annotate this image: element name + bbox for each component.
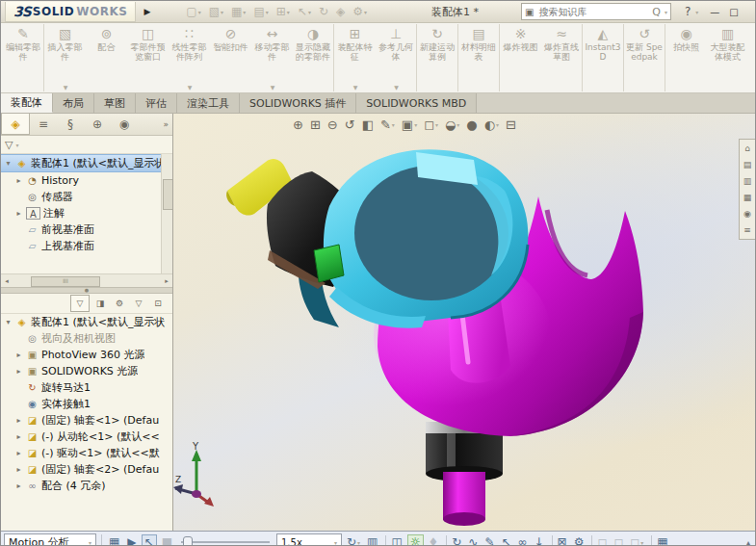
ribbon-button[interactable]: ↺ 更新 Speedpak ▼: [624, 24, 665, 91]
help-button[interactable]: ?: [685, 5, 691, 18]
scroll-right-arrow[interactable]: ▸: [161, 277, 172, 285]
dropdown-caret[interactable]: ▼: [188, 84, 193, 91]
tree-item[interactable]: ▸ ◎ 传感器: [1, 189, 172, 205]
dropdown-caret[interactable]: ▼: [271, 84, 275, 91]
tree-item[interactable]: ▸ ◪ (-) 驱动<1> (默认<<默: [1, 445, 172, 461]
chevron-right-icon[interactable]: »: [159, 114, 172, 135]
panel-splitter[interactable]: ●: [1, 287, 172, 294]
scroll-left-arrow[interactable]: ◂: [1, 277, 13, 285]
expander-icon[interactable]: ▸: [14, 465, 23, 474]
motion-tool-button[interactable]: ✎▾: [482, 535, 496, 546]
study-type-select[interactable]: Motion 分析▾: [4, 533, 96, 546]
motion-tool-button[interactable]: ◻▾: [612, 535, 625, 546]
task-pane-tab[interactable]: ▦: [743, 191, 752, 204]
expander-icon[interactable]: ▸: [14, 351, 23, 359]
dropdown-caret[interactable]: ▼: [353, 84, 358, 91]
dropdown-caret[interactable]: ▾: [198, 9, 201, 15]
motion-tool-button[interactable]: ▦▾: [651, 535, 669, 546]
manager-tab[interactable]: ◉: [111, 114, 138, 135]
motion-tool-button[interactable]: ∿▾: [466, 535, 480, 546]
filter-funnel-icon[interactable]: ▽: [5, 139, 13, 151]
dropdown-caret[interactable]: ▾: [287, 9, 290, 15]
tree-item[interactable]: ▸ ▣ SOLIDWORKS 光源: [1, 363, 172, 379]
playback-speed-select[interactable]: 1.5x▾: [276, 533, 342, 546]
task-pane-tab[interactable]: ≡: [743, 223, 751, 237]
ribbon-button[interactable]: ⊘ 智能扣件 ▼: [210, 24, 251, 91]
expander-icon[interactable]: ▸: [14, 481, 23, 490]
ribbon-button[interactable]: ◭ Instant3D ▼: [583, 24, 624, 91]
minimize-button[interactable]: —: [710, 7, 719, 17]
motion-filter-button[interactable]: ▽: [130, 296, 147, 311]
ribbon-button[interactable]: ◫ 零部件预览窗口 ▼: [127, 24, 169, 91]
ribbon-button[interactable]: ◑ 显示隐藏的零部件 ▼: [293, 24, 334, 91]
scrollbar-thumb[interactable]: III: [31, 276, 100, 287]
dropdown-caret[interactable]: ▾: [364, 9, 367, 15]
task-pane-tab[interactable]: ⌂: [744, 142, 750, 155]
timeline-zoom-slider[interactable]: [181, 535, 270, 546]
ribbon-button[interactable]: ▤ 材料明细表 ▼: [458, 24, 500, 91]
dropdown-caret[interactable]: ▾: [89, 539, 91, 546]
menu-flyout-arrow[interactable]: ▶: [143, 7, 150, 16]
motion-filter-button[interactable]: ⚙: [111, 296, 128, 311]
manager-tab[interactable]: §: [57, 114, 84, 135]
tree-root-assembly[interactable]: ▾ ◈ 装配体1 (默认<默认_显示状: [1, 314, 172, 330]
motion-tool-button[interactable]: ↻▾: [446, 535, 463, 546]
motion-tool-button[interactable]: ◫▾: [385, 535, 404, 546]
dropdown-caret[interactable]: ▾: [640, 539, 643, 546]
command-tab[interactable]: 评估: [136, 93, 177, 113]
motion-tool-button[interactable]: ☼▾: [407, 534, 424, 546]
tree-item[interactable]: ▸ ▱ 上视基准面: [1, 238, 172, 254]
dropdown-caret[interactable]: ▾: [266, 9, 269, 15]
ribbon-button[interactable]: ≈ 爆炸直线草图 ▼: [541, 24, 583, 91]
dropdown-caret[interactable]: ▾: [221, 9, 223, 15]
help-caret[interactable]: ▾: [695, 9, 698, 15]
command-tab[interactable]: 草图: [94, 93, 136, 113]
expander-icon[interactable]: ▸: [14, 367, 23, 376]
command-tab[interactable]: 装配体: [1, 93, 53, 113]
search-input[interactable]: [536, 6, 649, 18]
manager-tab[interactable]: ◈: [1, 114, 30, 135]
ribbon-button[interactable]: ◉ 拍快照 ▼: [665, 24, 707, 91]
command-tab[interactable]: SOLIDWORKS 插件: [240, 93, 356, 113]
ribbon-button[interactable]: ⊞ 装配体特征 ▼: [334, 24, 376, 91]
tree-item[interactable]: ▸ ◎ 视向及相机视图: [1, 330, 172, 347]
command-tab[interactable]: 布局: [53, 93, 94, 113]
expander-icon[interactable]: ▸: [14, 416, 23, 425]
motion-filter-button[interactable]: ◨: [91, 296, 109, 311]
motion-tool-button[interactable]: ▶: [125, 535, 138, 546]
quick-tool-button[interactable]: ◈▾: [333, 5, 348, 18]
scrollbar-thumb[interactable]: [163, 179, 172, 210]
dropdown-caret[interactable]: ▼: [394, 84, 399, 91]
ribbon-button[interactable]: ▥ 大型装配体模式 ▼: [707, 24, 748, 91]
quick-tool-button[interactable]: ↻▾: [316, 5, 331, 18]
tree-item[interactable]: ▸ ◉ 实体接触1: [1, 396, 172, 412]
motion-tool-button[interactable]: ♦▾: [427, 535, 441, 546]
knowledge-search[interactable]: ▣ Q ▾: [521, 3, 671, 20]
quick-tool-button[interactable]: ⊞▾: [274, 5, 293, 18]
manager-tab[interactable]: ≡: [30, 114, 57, 135]
maximize-button[interactable]: □: [729, 7, 738, 17]
expand-motionmanager-caret[interactable]: ▴: [746, 538, 752, 546]
graphics-viewport[interactable]: ⊕▾ ⊞▾ ⊖▾ ↺▾ ◧▾ ✎▾ ▣▾ ◻▾ ◒▾ ●▾ ◐▾ ⊟▾: [173, 114, 755, 531]
select-pointer-button[interactable]: ↖: [142, 534, 157, 546]
slider-thumb[interactable]: [183, 536, 193, 546]
tree-item[interactable]: ▸ ∞ 配合 (4 冗余): [1, 478, 172, 494]
quick-tool-button[interactable]: ↖▾: [295, 5, 314, 18]
motion-tool-button[interactable]: ⊠▾: [552, 535, 569, 546]
tree-item[interactable]: ▸ ↻ 旋转马达1: [1, 379, 172, 396]
tree-item[interactable]: ▸ A 注解: [1, 205, 172, 221]
expander-icon[interactable]: ▸: [14, 432, 23, 441]
expander-icon[interactable]: ▸: [14, 176, 23, 185]
expander-icon[interactable]: ▾: [4, 318, 13, 326]
tree-item[interactable]: ▸ ◪ (固定) 轴套<1> (Defau: [1, 412, 172, 429]
task-pane-tab[interactable]: ▥: [743, 174, 752, 188]
tree-root-assembly[interactable]: ▾ ◈ 装配体1 (默认<默认_显示状态: [1, 154, 172, 172]
command-tab[interactable]: SOLIDWORKS MBD: [356, 93, 477, 113]
tree-item[interactable]: ▸ ◔ History: [1, 172, 172, 189]
tree-vertical-scrollbar[interactable]: [161, 154, 172, 273]
ribbon-button[interactable]: ⊥ 参考几何体 ▼: [376, 24, 417, 91]
quick-tool-button[interactable]: ⚙▾: [350, 5, 370, 18]
tree-item[interactable]: ▸ ▱ 前视基准面: [1, 221, 172, 238]
motion-tool-button[interactable]: ⚙▾: [572, 535, 587, 546]
motion-tool-button[interactable]: ◻▾: [591, 535, 609, 546]
